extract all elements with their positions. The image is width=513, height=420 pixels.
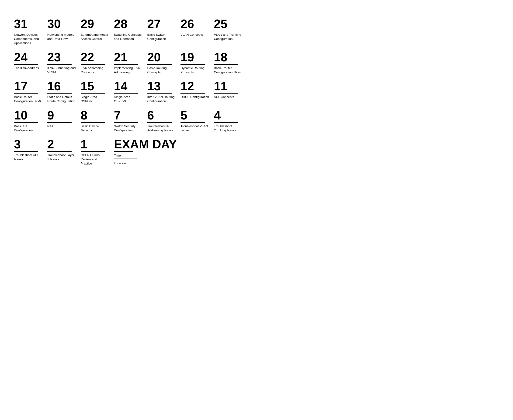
day-label: IPv6 Addressing Concepts — [81, 66, 109, 75]
day-divider — [47, 93, 72, 94]
day-cell: 23 IPv4 Subnetting and VLSM — [45, 49, 78, 78]
day-cell: 17 Basic Router Configuration: IPv6 — [12, 78, 45, 107]
day-number: 4 — [214, 109, 242, 121]
day-label: The IPv4 Address — [14, 66, 43, 70]
day-label: Networking Models and Data Flow — [47, 33, 76, 41]
day-divider — [81, 93, 105, 94]
day-number: 25 — [214, 18, 242, 30]
day-divider — [181, 122, 205, 123]
day-label: Dynamic Routing Protocols — [181, 66, 209, 75]
day-cell: 16 Static and Default Route Configuratio… — [45, 78, 78, 107]
day-divider — [147, 64, 171, 65]
last-row: 3 Troubleshoot ACL Issues 2 Troubleshoot… — [12, 136, 245, 172]
day-cell: 3 Troubleshoot ACL Issues — [12, 136, 45, 172]
day-label: DHCP Configuration — [181, 95, 209, 99]
day-label: Static and Default Route Configuration — [47, 95, 76, 103]
day-number: 9 — [47, 109, 76, 121]
day-divider — [47, 64, 72, 65]
day-label: Single-Area OSPFv3 — [114, 95, 143, 103]
day-divider — [181, 93, 205, 94]
day-number: 1 — [81, 138, 109, 150]
day-cell: 19 Dynamic Routing Protocols — [178, 49, 212, 78]
day-divider — [14, 151, 38, 152]
exam-day-divider — [114, 151, 133, 152]
day-cell: 15 Single-Area OSPFv2 — [78, 78, 112, 107]
day-divider — [114, 122, 138, 123]
exam-day-cell: EXAM DAY Time Location — [112, 136, 245, 172]
day-cell: 8 Basic Device Security — [78, 107, 112, 136]
day-cell: 30 Networking Models and Data Flow — [45, 16, 78, 49]
day-cell: 31 Network Devices, Components, and Appl… — [12, 16, 45, 49]
day-cell: 24 The IPv4 Address — [12, 49, 45, 78]
day-number: 17 — [14, 80, 43, 92]
day-label: Troubleshoot IP Addressing Issues — [147, 124, 176, 133]
day-number: 28 — [114, 18, 143, 30]
day-label: CCENT Skills Review and Practice — [81, 153, 109, 166]
day-divider — [181, 64, 205, 65]
day-label: Troubleshoot ACL Issues — [14, 153, 43, 161]
day-number: 13 — [147, 80, 176, 92]
location-line — [114, 166, 137, 166]
day-divider — [14, 122, 38, 123]
day-cell: 7 Switch Security Configuration — [112, 107, 145, 136]
day-number: 10 — [14, 109, 43, 121]
day-label: IPv4 Subnetting and VLSM — [47, 66, 76, 75]
day-number: 15 — [81, 80, 109, 92]
day-label: VLAN Concepts — [181, 33, 209, 37]
day-divider — [214, 93, 238, 94]
day-number: 31 — [14, 18, 43, 30]
day-label: NAT — [47, 124, 76, 128]
day-cell: 13 Inter-VLAN Routing Configuration — [145, 78, 178, 107]
day-cell: 28 Switching Concepts and Operation — [112, 16, 145, 49]
day-cell: 6 Troubleshoot IP Addressing Issues — [145, 107, 178, 136]
day-cell: 11 ACL Concepts — [212, 78, 245, 107]
day-number: 22 — [81, 51, 109, 63]
exam-day-title: EXAM DAY — [114, 138, 242, 150]
location-label: Location — [114, 161, 126, 165]
day-divider — [114, 31, 138, 31]
day-number: 19 — [181, 51, 209, 63]
day-label: Troubleshoot Trunking Issues — [214, 124, 242, 133]
day-divider — [147, 122, 171, 123]
day-label: VLAN and Trunking Configuration — [214, 33, 242, 41]
time-label: Time — [114, 154, 121, 157]
day-number: 29 — [81, 18, 109, 30]
day-cell: 10 Basic ACL Configuration — [12, 107, 45, 136]
day-cell: 20 Basic Routing Concepts — [145, 49, 178, 78]
day-divider — [114, 93, 138, 94]
day-label: Implementing IPv6 Addressing — [114, 66, 143, 75]
day-label: Troubleshoot VLAN Issues — [181, 124, 209, 133]
day-divider — [114, 64, 138, 65]
day-number: 24 — [14, 51, 43, 63]
day-cell: 18 Basic Router Configuration: IPv4 — [212, 49, 245, 78]
day-label: Ethernet and Media Access Control — [81, 33, 109, 41]
exam-day-info: Time Location — [114, 153, 242, 166]
day-number: 30 — [47, 18, 76, 30]
day-number: 14 — [114, 80, 143, 92]
day-number: 2 — [47, 138, 76, 150]
day-cell: 2 Troubleshoot Layer 1 Issues — [45, 136, 78, 172]
day-cell: 9 NAT — [45, 107, 78, 136]
day-number: 11 — [214, 80, 242, 92]
day-label: Basic Switch Configuration — [147, 33, 176, 41]
day-divider — [81, 122, 105, 123]
day-divider — [181, 31, 205, 31]
day-divider — [214, 122, 238, 123]
day-label: Basic Routing Concepts — [147, 66, 176, 75]
day-divider — [214, 64, 238, 65]
day-number: 20 — [147, 51, 176, 63]
day-cell: 1 CCENT Skills Review and Practice — [78, 136, 112, 172]
day-label: Basic ACL Configuration — [14, 124, 43, 133]
day-label: Switching Concepts and Operation — [114, 33, 143, 41]
day-label: Basic Device Security — [81, 124, 109, 133]
day-cell: 21 Implementing IPv6 Addressing — [112, 49, 145, 78]
day-label: Basic Router Configuration: IPv6 — [14, 95, 43, 103]
day-divider — [81, 64, 105, 65]
day-divider — [81, 151, 105, 152]
day-divider — [14, 93, 38, 94]
day-cell: 26 VLAN Concepts — [178, 16, 212, 49]
day-divider — [47, 31, 72, 31]
day-divider — [14, 64, 38, 65]
day-number: 23 — [47, 51, 76, 63]
day-cell: 29 Ethernet and Media Access Control — [78, 16, 112, 49]
